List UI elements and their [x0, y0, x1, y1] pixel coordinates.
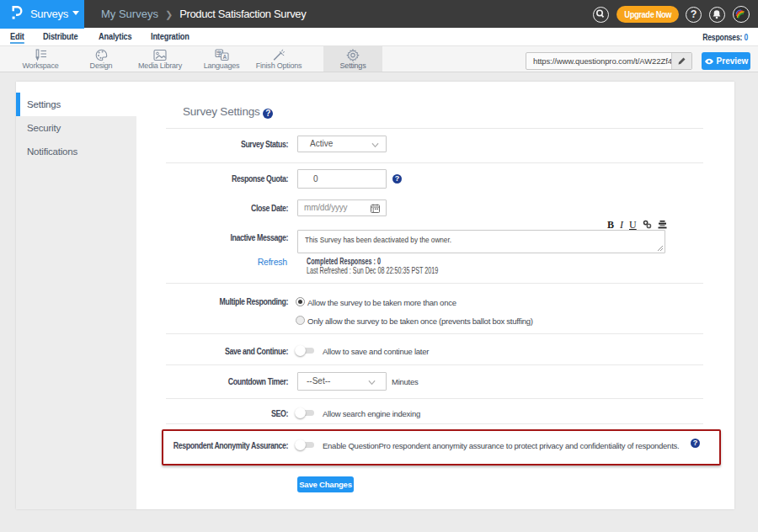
svg-text:A: A — [222, 54, 227, 60]
svg-text:字: 字 — [216, 51, 222, 57]
